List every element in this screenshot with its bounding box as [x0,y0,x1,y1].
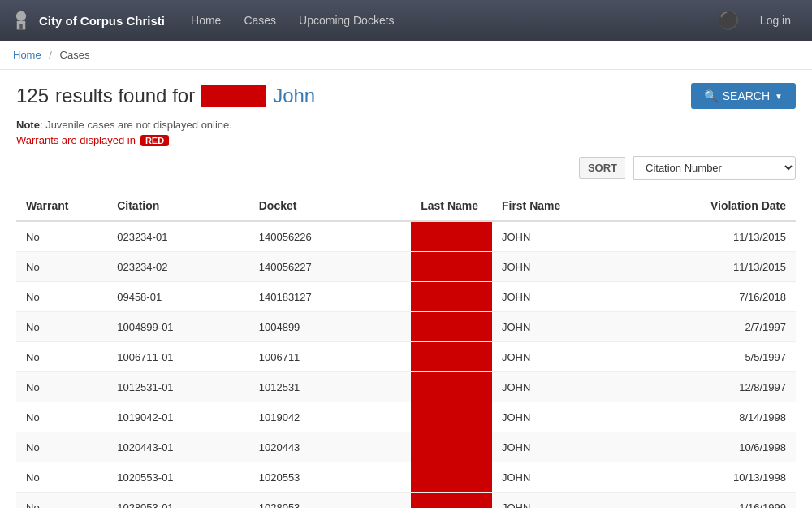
table-row[interactable]: No1012531-011012531JOHN12/8/1997 [16,372,796,402]
col-header-lastname: Last Name [411,191,492,221]
warrant-notice: Warrants are displayed in RED [16,134,796,146]
user-icon: ⚫ [717,10,739,31]
cell-docket: 1006711 [249,342,411,372]
table-row[interactable]: No023234-02140056227JOHN11/13/2015 [16,252,796,282]
cell-warrant: No [16,282,107,312]
sort-select[interactable]: Citation Number Last Name First Name Doc… [633,156,796,180]
cell-firstname: JOHN [492,282,654,312]
search-button[interactable]: 🔍 SEARCH ▼ [691,83,796,109]
cell-firstname: JOHN [492,342,654,372]
cell-firstname: JOHN [492,312,654,342]
table-row[interactable]: No1020443-011020443JOHN10/6/1998 [16,432,796,462]
col-header-docket: Docket [249,191,411,221]
cell-firstname: JOHN [492,402,654,432]
table-row[interactable]: No023234-01140056226JOHN11/13/2015 [16,221,796,252]
cell-citation: 1020443-01 [107,432,249,462]
navbar: City of Corpus Christi Home Cases Upcomi… [0,0,812,41]
cell-firstname: JOHN [492,252,654,282]
breadcrumb-home[interactable]: Home [13,49,41,61]
nav-right: ⚫ Log in [717,0,802,41]
table-body: No023234-01140056226JOHN11/13/2015No0232… [16,221,796,508]
cell-docket: 140183127 [249,282,411,312]
cell-lastname [411,312,492,342]
search-icon: 🔍 [704,89,718,102]
warrant-text: Warrants are displayed in [16,134,136,146]
login-link[interactable]: Log in [749,0,802,41]
search-button-label: SEARCH [723,89,770,102]
cell-violation: 11/13/2015 [654,252,796,282]
cell-citation: 1006711-01 [107,342,249,372]
cell-violation: 2/7/1997 [654,312,796,342]
col-header-warrant: Warrant [16,191,107,221]
results-prefix: results found for [55,85,195,107]
cell-docket: 140056227 [249,252,411,282]
brand-title: City of Corpus Christi [39,14,165,28]
cell-warrant: No [16,493,107,509]
cell-violation: 1/16/1999 [654,493,796,509]
table-header: Warrant Citation Docket Last Name First … [16,191,796,221]
cell-warrant: No [16,432,107,462]
nav-upcoming-dockets[interactable]: Upcoming Dockets [287,0,406,41]
cell-firstname: JOHN [492,462,654,493]
cell-citation: 1028053-01 [107,493,249,509]
brand-link[interactable]: City of Corpus Christi [10,9,165,32]
cell-docket: 1012531 [249,372,411,402]
cell-docket: 1004899 [249,312,411,342]
cell-docket: 1020553 [249,462,411,493]
table-row[interactable]: No1006711-011006711JOHN5/5/1997 [16,342,796,372]
cell-lastname [411,493,492,509]
sort-row: SORT Citation Number Last Name First Nam… [16,156,796,180]
cell-lastname [411,252,492,282]
cell-warrant: No [16,372,107,402]
cell-violation: 12/8/1997 [654,372,796,402]
cell-docket: 1028053 [249,493,411,509]
nav-cases[interactable]: Cases [232,0,287,41]
cell-firstname: JOHN [492,432,654,462]
svg-rect-2 [19,24,23,29]
cell-citation: 1004899-01 [107,312,249,342]
cell-lastname [411,372,492,402]
breadcrumb-current: Cases [60,49,90,61]
table-row[interactable]: No1019042-011019042JOHN8/14/1998 [16,402,796,432]
cell-violation: 5/5/1997 [654,342,796,372]
cell-violation: 8/14/1998 [654,402,796,432]
cell-warrant: No [16,312,107,342]
table-row[interactable]: No1020553-011020553JOHN10/13/1998 [16,462,796,493]
cell-firstname: JOHN [492,372,654,402]
main-content: 125 results found for John 🔍 SEARCH ▼ No… [0,70,812,508]
note-line: Note: Juvenile cases are not displayed o… [16,119,796,131]
cell-violation: 10/6/1998 [654,432,796,462]
cell-citation: 023234-01 [107,221,249,252]
cell-warrant: No [16,221,107,252]
redacted-last-name [201,85,266,107]
cell-lastname [411,462,492,493]
table-row[interactable]: No09458-01140183127JOHN7/16/2018 [16,282,796,312]
cell-citation: 09458-01 [107,282,249,312]
breadcrumb: Home / Cases [0,41,812,70]
cell-firstname: JOHN [492,493,654,509]
table-row[interactable]: No1028053-011028053JOHN1/16/1999 [16,493,796,509]
sort-label: SORT [579,157,625,179]
svg-point-0 [16,11,26,21]
cell-lastname [411,432,492,462]
cell-violation: 11/13/2015 [654,221,796,252]
cell-warrant: No [16,402,107,432]
cell-citation: 1019042-01 [107,402,249,432]
cell-violation: 10/13/1998 [654,462,796,493]
results-table: Warrant Citation Docket Last Name First … [16,191,796,508]
cell-citation: 1012531-01 [107,372,249,402]
note-text: Juvenile cases are not displayed online. [45,119,232,131]
results-count: 125 [16,85,49,107]
nav-home[interactable]: Home [179,0,232,41]
results-header: 125 results found for John 🔍 SEARCH ▼ [16,83,796,109]
cell-warrant: No [16,252,107,282]
cell-docket: 1020443 [249,432,411,462]
cell-warrant: No [16,462,107,493]
table-row[interactable]: No1004899-011004899JOHN2/7/1997 [16,312,796,342]
col-header-violation: Violation Date [654,191,796,221]
cell-lastname [411,402,492,432]
chevron-down-icon: ▼ [775,92,783,101]
warrant-badge: RED [140,135,169,146]
cell-docket: 140056226 [249,221,411,252]
cell-warrant: No [16,342,107,372]
